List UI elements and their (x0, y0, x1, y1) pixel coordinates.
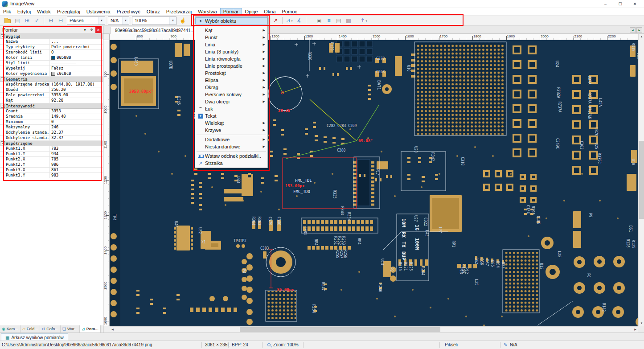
menu-item-tekst[interactable]: TTekst (195, 112, 267, 119)
property-row-punkt2-y[interactable]: Punkt2.Y986 (0, 162, 103, 168)
menu-item-pierścień-kołowy[interactable]: Pierścień kołowy▶ (195, 91, 267, 98)
collapse-icon[interactable]: − (1, 77, 5, 81)
property-row-punkt2-x[interactable]: Punkt2.X785 (0, 157, 103, 162)
property-section-intensywność[interactable]: −Intensywność (0, 103, 103, 109)
edit-check-button[interactable]: ✓ (33, 16, 41, 25)
menu-item-dodatkowe[interactable]: Dodatkowe▶ (195, 136, 267, 143)
menubar-item-ustawienia[interactable]: Ustawienia (83, 8, 114, 15)
property-row-maksymalny[interactable]: Maksymalny246 (0, 125, 103, 130)
menubar-item-plik[interactable]: Plik (0, 8, 14, 15)
chevron-down-icon[interactable]: ▼ (169, 17, 176, 25)
close-button[interactable]: ✕ (628, 0, 642, 8)
property-row-wypełnij[interactable]: WypełnijFałsz (0, 66, 103, 71)
property-row-odchylenie-standa[interactable]: Odchylenie standa...32.37 (0, 135, 103, 141)
menubar-item-edytuj[interactable]: Edytuj (14, 8, 34, 15)
menu-item-linie-prostopadłe[interactable]: Linie prostopadłe▶ (195, 62, 267, 70)
menubar-item-warstwa[interactable]: Warstwa (195, 8, 220, 15)
detail-view-button[interactable]: ⊟ (56, 16, 65, 25)
report-doc-button[interactable]: ▥ (344, 16, 353, 25)
property-section-współrzędne[interactable]: −Współrzędne (0, 141, 103, 146)
property-row-odchylenie-standa[interactable]: Odchylenie standa...32.37 (0, 130, 103, 135)
panel-close-icon[interactable]: ✕ (95, 27, 101, 33)
scroll-up-icon[interactable]: ▲ (639, 34, 644, 40)
menu-item-krzywe[interactable]: Krzywe▶ (195, 127, 267, 134)
menu-item-prostokąt[interactable]: Prostokąt▶ (195, 70, 267, 77)
collapse-icon[interactable]: − (1, 34, 5, 38)
menu-item-wstaw-odcinek-podziałki[interactable]: Wstaw odcinek podziałki... (195, 152, 267, 160)
v-scroll-thumb[interactable] (639, 141, 644, 219)
menubar-item-pomoc[interactable]: Pomoc (279, 8, 300, 15)
document-tab[interactable]: 90e966a3acc59c98c617aca89d97441... (110, 27, 199, 34)
film-strip-button[interactable]: ▤ (13, 16, 22, 25)
menu-item-niestandardowe[interactable]: Niestandardowe▶ (195, 143, 267, 150)
na-combo[interactable]: N/A▼ (108, 16, 129, 25)
collapse-icon[interactable]: − (1, 104, 5, 108)
menu-item-kąt[interactable]: Kąt▶ (195, 27, 267, 34)
profile-chart-button[interactable]: ⊿▾ (285, 16, 294, 25)
panel-menu-icon[interactable]: ▼ (82, 27, 88, 33)
property-row-kolor-linii[interactable]: Kolor linii005080 (0, 55, 103, 61)
units-combo[interactable]: Pikseli▼ (67, 16, 105, 25)
property-row-obwód[interactable]: Obwód256.20 (0, 87, 103, 93)
menubar-item-widok[interactable]: Widok (34, 8, 54, 15)
chevron-down-icon[interactable]: ▼ (98, 17, 105, 25)
results-list-button[interactable]: ▤ (334, 16, 343, 25)
scroll-left-icon[interactable]: ◀ (110, 327, 115, 333)
chevron-down-icon[interactable]: ▼ (122, 17, 129, 25)
property-row-count[interactable]: Count3953 (0, 109, 103, 114)
menu-item-wielokąt[interactable]: Wielokąt▶ (195, 119, 267, 127)
results-sheet-tab[interactable]: ▦ Arkusz wyników pomiarów (1, 333, 68, 341)
pan-hand-button[interactable]: ☝ (178, 16, 187, 25)
property-row-minimum[interactable]: Minimum0 (0, 119, 103, 125)
v-scrollbar[interactable]: ▲ ▼ (638, 34, 644, 326)
scroll-down-icon[interactable]: ▼ (639, 320, 644, 326)
panel-pin-icon[interactable]: ✜ (89, 27, 94, 33)
dock-tab-fold[interactable]: ▱Fold... (21, 325, 40, 333)
thumbnail-view-button[interactable]: ⊞ (46, 16, 55, 25)
image-snapshot-button[interactable]: ▣ (315, 16, 324, 25)
grid-view-button[interactable]: ⊞ (23, 16, 32, 25)
menu-item-punkt[interactable]: Punkt▶ (195, 34, 267, 41)
dock-tab-pom[interactable]: ⊿Pom... (80, 325, 101, 333)
angle-measure-button[interactable]: ∡ (295, 16, 304, 25)
property-row-punkt1-x[interactable]: Punkt1.X783 (0, 146, 103, 152)
property-row-kolor-wypełnienia[interactable]: Kolor wypełnieniac0c0c0 (0, 71, 103, 77)
menubar-item-przeglądaj[interactable]: Przeglądaj (54, 8, 83, 15)
property-section-geometria[interactable]: −Geometria (0, 77, 103, 82)
menubar-item-okna[interactable]: Okna (261, 8, 279, 15)
property-row-pole-powierzchni[interactable]: Pole powierzchni3958.00 (0, 93, 103, 98)
property-row-punkt1-y[interactable]: Punkt1.Y934 (0, 152, 103, 157)
menubar-item-przechwyć[interactable]: Przechwyć (114, 8, 144, 15)
dock-tab-war[interactable]: ❏War... (61, 325, 80, 333)
menu-item-okrąg[interactable]: Okrąg▶ (195, 84, 267, 91)
property-row-szerokość-linii[interactable]: Szerokość linii0 (0, 50, 103, 55)
h-scrollbar[interactable]: ◀ ▶ (110, 326, 638, 333)
pcb-canvas[interactable]: L46DU37DR345R335C3450R330C129C270C268BAT… (110, 40, 638, 326)
h-scroll-thumb[interactable] (240, 327, 440, 332)
property-row-punkt3-x[interactable]: Punkt3.X861 (0, 168, 103, 173)
menu-item-linia-3-punkty[interactable]: Linia (3 punkty)▶ (195, 48, 267, 55)
scroll-right-icon[interactable]: ▶ (632, 327, 638, 333)
property-section-wygląd[interactable]: −Wygląd (0, 34, 103, 39)
property-row-punkt3-y[interactable]: Punkt3.Y983 (0, 173, 103, 178)
menu-item-linia[interactable]: Linia▶ (195, 41, 267, 48)
menu-item-strzałka[interactable]: ↗Strzałka (195, 160, 267, 167)
dock-tab-kam[interactable]: ◉Kam... (0, 325, 21, 333)
menu-item-linia-równoległa[interactable]: Linia równoległa▶ (195, 55, 267, 62)
menubar-item-opcje[interactable]: Opcje (242, 8, 261, 15)
menubar-item-pomiar[interactable]: Pomiar (220, 8, 242, 15)
export-button[interactable]: ↥▾ (359, 16, 368, 25)
property-row-nazwa[interactable]: Nazwa... (0, 39, 103, 45)
property-row-współrzędne-środka[interactable]: Współrzędne środka(1644.00, 1917.00) (0, 82, 103, 87)
menu-item-łuk[interactable]: Łuk (195, 105, 267, 112)
property-row-typ-etykiety[interactable]: Typ etykietyPole powierzchni (0, 45, 103, 50)
menu-item-elipsa[interactable]: Elipsa▶ (195, 77, 267, 84)
menu-item-wybór-obiektu[interactable]: ➤Wybór obiektu (195, 17, 267, 25)
property-row-kąt[interactable]: Kąt92.20 (0, 98, 103, 103)
ruler-text-button[interactable]: ≡ (324, 16, 333, 25)
minimize-button[interactable]: – (598, 0, 613, 8)
menu-item-dwa-okręgi[interactable]: Dwa okręgi▶ (195, 98, 267, 105)
tab-scroll-right-icon[interactable]: ► (636, 27, 642, 33)
collapse-icon[interactable]: − (1, 141, 5, 145)
menubar-item-przetwarzaj[interactable]: Przetwarzaj (163, 8, 195, 15)
